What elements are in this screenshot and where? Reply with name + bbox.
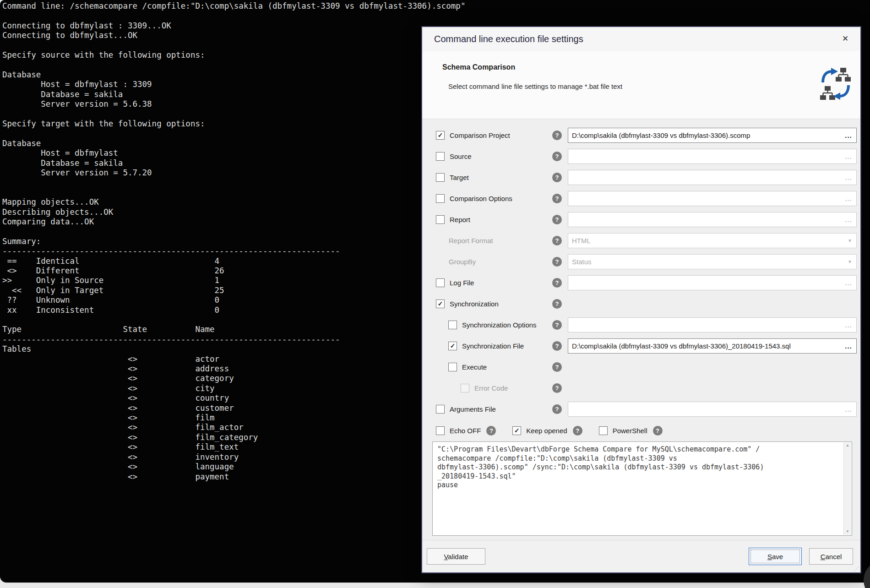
browse-button: ... [841,171,856,184]
checkmark-icon: ✓ [438,132,443,138]
resize-grip-icon[interactable]: ⋰ [854,566,859,572]
powershell-label: PowerShell [613,427,647,435]
help-icon[interactable]: ? [552,362,562,372]
row-comparison-project: ✓ Comparison Project ? ... [422,125,860,146]
scrollbar[interactable]: ▲ ▼ [843,442,851,535]
keep-opened-option: ✓ Keep opened ? [512,426,582,436]
arguments-file-checkbox[interactable]: ✓ [436,405,445,414]
command-line-settings-dialog: Command line execution file settings ✕ S… [421,26,861,573]
groupby-value: Status [572,258,592,266]
row-groupby: GroupBy ? Status ▼ [422,251,860,272]
bat-file-text[interactable]: "C:\Program Files\Devart\dbForge Schema … [433,442,852,490]
execute-label: Execute [462,363,487,371]
target-label: Target [450,174,469,181]
synchronization-file-checkbox[interactable]: ✓ [448,342,457,350]
synchronization-options-input [568,317,857,332]
row-comparison-options: ✓ Comparison Options ? ... [422,188,860,209]
row-source: ✓ Source ? ... [422,146,860,167]
checkmark-icon: ✓ [438,300,443,307]
settings-form: ✓ Comparison Project ? ... ✓ Source ? ..… [422,119,860,419]
synchronization-options-checkbox[interactable]: ✓ [448,321,457,329]
echo-off-checkbox[interactable]: ✓ [436,426,445,435]
synchronization-label: Synchronization [450,300,499,308]
echo-off-option: ✓ Echo OFF ? [436,426,496,436]
dialog-footer: Validate Save Cancel ⋰ [422,540,860,572]
log-file-label: Log File [450,279,474,287]
scroll-down-icon[interactable]: ▼ [846,530,849,534]
dialog-banner: Schema Comparison Select command line fi… [422,51,860,119]
browse-button[interactable]: ... [841,339,856,353]
row-target: ✓ Target ? ... [422,167,860,188]
groupby-select: Status ▼ [568,254,857,269]
log-file-checkbox[interactable]: ✓ [436,278,445,287]
error-code-checkbox: ✓ [461,384,469,392]
help-icon[interactable]: ? [552,383,562,393]
comparison-options-checkbox[interactable]: ✓ [436,194,445,203]
source-label: Source [450,152,472,160]
echo-off-label: Echo OFF [450,427,481,435]
groupby-label: GroupBy [449,258,476,266]
browse-button: ... [841,150,856,163]
browse-button: ... [841,192,856,205]
help-icon[interactable]: ? [486,426,496,436]
scroll-up-icon[interactable]: ▲ [846,444,849,447]
help-icon[interactable]: ? [552,236,562,245]
report-input [568,212,857,227]
comparison-project-input[interactable] [568,128,857,143]
checkmark-icon: ✓ [514,427,520,434]
help-icon[interactable]: ? [573,426,582,436]
help-icon[interactable]: ? [552,194,562,203]
schema-comparison-icon [819,66,852,102]
report-format-select: HTML ▼ [568,233,857,248]
checkmark-icon: ✓ [450,343,456,349]
save-button-label: Save [767,553,783,561]
comparison-options-input [568,191,857,206]
row-report-format: Report Format ? HTML ▼ [422,230,860,251]
help-icon[interactable]: ? [552,131,562,140]
help-icon[interactable]: ? [552,278,562,288]
synchronization-checkbox[interactable]: ✓ [436,299,445,308]
source-input [568,149,857,164]
row-synchronization: ✓ Synchronization ? [422,293,860,314]
error-code-label: Error Code [474,384,508,392]
row-synchronization-file: ✓ Synchronization File ? ... [422,335,860,356]
powershell-option: ✓ PowerShell ? [599,426,663,436]
synchronization-options-label: Synchronization Options [462,321,537,329]
close-icon[interactable]: ✕ [839,33,851,44]
save-button[interactable]: Save [749,548,802,565]
arguments-file-input [568,402,857,417]
help-icon[interactable]: ? [552,404,562,414]
cancel-button[interactable]: Cancel [809,548,853,565]
validate-button[interactable]: Validate [427,548,485,565]
report-label: Report [450,216,470,223]
banner-heading: Schema Comparison [442,63,860,71]
dialog-titlebar[interactable]: Command line execution file settings ✕ [422,27,860,51]
chevron-down-icon: ▼ [848,238,852,243]
bat-file-text-editor[interactable]: "C:\Program Files\Devart\dbForge Schema … [432,441,852,536]
report-format-label: Report Format [449,237,493,245]
help-icon[interactable]: ? [552,152,562,161]
validate-button-label: Validate [444,553,468,561]
row-arguments-file: ✓ Arguments File ? ... [422,398,860,419]
log-file-input [568,275,857,290]
help-icon[interactable]: ? [552,173,562,182]
keep-opened-checkbox[interactable]: ✓ [512,426,521,435]
source-checkbox[interactable]: ✓ [436,152,445,161]
browse-button: ... [841,213,856,226]
help-icon[interactable]: ? [552,299,562,309]
help-icon[interactable]: ? [552,257,562,267]
target-checkbox[interactable]: ✓ [436,173,445,182]
powershell-checkbox[interactable]: ✓ [599,426,608,435]
row-log-file: ✓ Log File ? ... [422,272,860,293]
help-icon[interactable]: ? [552,341,562,351]
synchronization-file-input[interactable] [568,338,857,354]
help-icon[interactable]: ? [552,320,562,330]
comparison-project-checkbox[interactable]: ✓ [436,131,445,140]
help-icon[interactable]: ? [653,426,663,436]
help-icon[interactable]: ? [552,215,562,224]
banner-subtitle: Select command line file settings to man… [448,82,860,90]
execute-checkbox[interactable]: ✓ [448,363,457,371]
browse-button[interactable]: ... [841,129,856,142]
report-checkbox[interactable]: ✓ [436,215,445,224]
row-report: ✓ Report ? ... [422,209,860,230]
